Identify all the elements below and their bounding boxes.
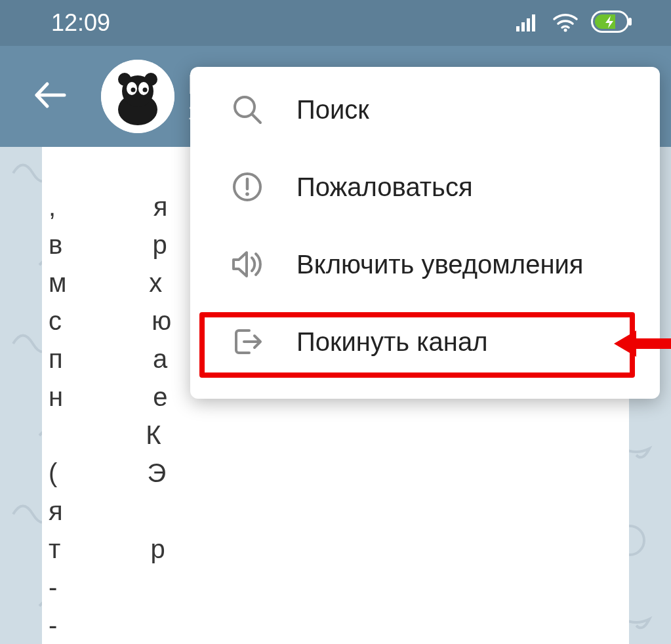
avatar[interactable] [101,60,174,133]
svg-rect-5 [532,14,535,31]
menu-label: Покинуть канал [296,327,488,357]
back-button[interactable] [31,76,70,117]
svg-point-24 [245,192,249,196]
battery-icon [591,10,632,35]
svg-point-6 [564,29,567,32]
dropdown-menu: Поиск Пожаловаться Включить уведомления … [190,67,660,399]
speaker-icon [230,247,265,282]
svg-marker-26 [614,331,671,357]
arrow-annotation [614,324,671,366]
svg-point-18 [143,88,148,92]
status-time: 12:09 [51,9,110,37]
menu-item-report[interactable]: Пожаловаться [190,148,660,226]
exit-icon [230,324,265,359]
svg-point-19 [134,96,141,100]
svg-point-20 [235,97,254,117]
menu-item-notifications[interactable]: Включить уведомления [190,226,660,303]
svg-rect-4 [527,18,530,31]
report-icon [230,169,265,205]
svg-line-21 [253,115,260,123]
svg-rect-8 [628,18,632,26]
status-bar: 12:09 [0,0,671,46]
svg-point-17 [131,88,136,92]
menu-label: Включить уведомления [296,250,583,279]
menu-label: Пожаловаться [296,172,473,202]
svg-rect-3 [521,22,525,31]
menu-label: Поиск [296,95,369,125]
wifi-icon [552,11,579,35]
search-icon [230,92,265,127]
signal-icon [516,12,540,34]
menu-item-search[interactable]: Поиск [190,71,660,148]
menu-item-leave[interactable]: Покинуть канал [190,303,660,380]
svg-rect-2 [516,26,519,31]
status-icons [516,10,632,35]
